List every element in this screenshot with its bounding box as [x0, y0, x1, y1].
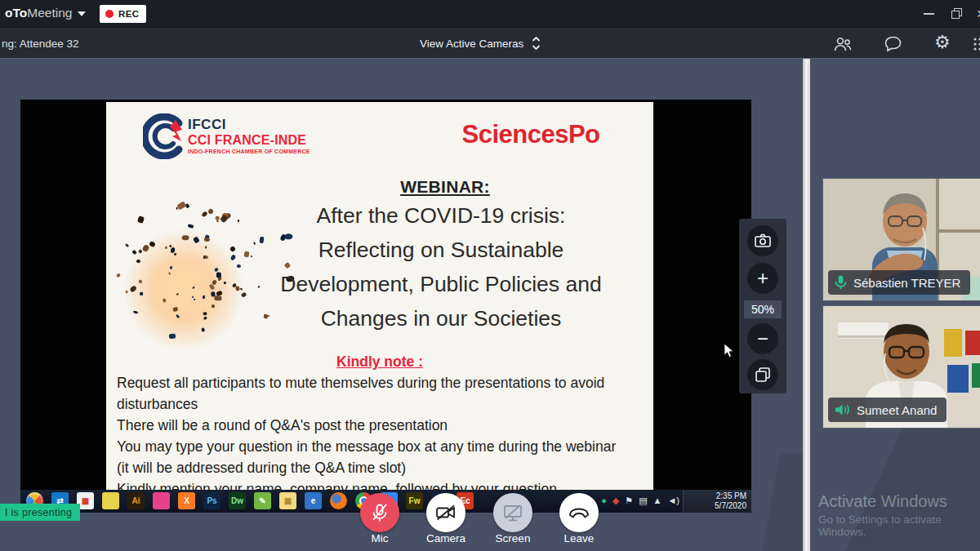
virus-particle: [173, 253, 177, 257]
tray-red-icon[interactable]: ◆: [612, 495, 619, 506]
more-options-button[interactable]: [973, 38, 980, 54]
virus-particle: [126, 291, 128, 293]
presentation-slide: IFCCI CCI FRANCE-INDE INDO-FRENCH CHAMBE…: [106, 102, 653, 490]
virus-particle: [203, 256, 206, 259]
virus-particle: [176, 202, 186, 211]
up-down-chevrons-icon: [532, 36, 541, 51]
virus-particle: [141, 244, 149, 253]
tray-green-icon[interactable]: ●: [601, 495, 607, 506]
internet-explorer-icon[interactable]: e: [305, 492, 322, 509]
file-explorer-icon[interactable]: ▣: [279, 492, 296, 509]
virus-particle: [203, 295, 205, 299]
sciencespo-logo: SciencesPo: [433, 120, 629, 149]
virus-particle: [137, 216, 145, 224]
virus-particle: [213, 267, 219, 272]
shared-screen-stage: IFCCI CCI FRANCE-INDE INDO-FRENCH CHAMBE…: [20, 100, 751, 513]
virus-particle: [206, 247, 207, 249]
virus-particle: [170, 247, 176, 254]
webcam-tile-sumeet[interactable]: Sumeet Anand: [822, 305, 980, 429]
kindly-note-line: disturbances: [117, 393, 652, 415]
minimize-button[interactable]: [916, 0, 941, 27]
sticky-notes-icon[interactable]: [102, 492, 119, 509]
illustrator-icon[interactable]: Ai: [127, 492, 145, 509]
zoom-out-button[interactable]: −: [747, 323, 778, 354]
virus-particle: [216, 220, 219, 222]
virus-particle: [203, 316, 207, 320]
webinar-title-line: After the COVID-19 crisis:: [229, 198, 653, 233]
ifcci-name: CCI FRANCE-INDE: [188, 133, 400, 148]
virus-particle: [215, 295, 222, 300]
virus-particle: [216, 272, 222, 278]
photoshop-icon[interactable]: Ps: [203, 492, 220, 509]
virus-particle: [176, 207, 178, 210]
recording-label: REC: [118, 9, 139, 19]
snapshot-button[interactable]: [747, 225, 778, 256]
minus-icon: −: [757, 327, 768, 350]
zoom-level-label: 50%: [744, 300, 782, 318]
virus-particle: [168, 272, 171, 275]
zoom-in-button[interactable]: +: [747, 263, 778, 294]
virus-particle: [132, 250, 138, 256]
grid-dots-icon: [973, 38, 980, 51]
restore-icon: [951, 8, 962, 19]
restore-button[interactable]: [944, 0, 969, 27]
virus-particle: [116, 273, 122, 278]
minimize-icon: [924, 13, 934, 15]
tray-speaker-icon[interactable]: ◄): [667, 495, 679, 506]
notes-app-icon[interactable]: ✎: [254, 492, 271, 509]
copy-icon: [755, 367, 770, 382]
taskbar-icons: ⇄▦AiXPsDw✎▣e▶Fw◆Ec: [26, 492, 474, 509]
tray-flag-icon[interactable]: ⚑: [625, 495, 633, 506]
close-button[interactable]: ✕: [969, 0, 980, 27]
camera-off-icon: [435, 504, 457, 522]
virus-particle: [220, 214, 228, 222]
presenting-status-badge: I is presenting: [0, 504, 80, 521]
gotomeeting-logo[interactable]: oToMeeting: [5, 6, 86, 20]
viewing-status-label: ng: Attendee 32: [2, 38, 79, 50]
mic-button[interactable]: [360, 493, 399, 532]
dreamweaver-icon[interactable]: Dw: [229, 492, 246, 509]
virus-particle: [204, 256, 208, 259]
camera-label: Camera: [409, 532, 483, 544]
webinar-title: After the COVID-19 crisis:Reflecting on …: [229, 198, 653, 335]
settings-button[interactable]: ⚙: [934, 32, 951, 53]
xampp-icon[interactable]: X: [178, 492, 195, 509]
virus-particle: [169, 266, 172, 270]
tray-uparrow-icon[interactable]: ▲: [653, 495, 662, 506]
ifcci-logo: [143, 113, 187, 162]
firefox-icon[interactable]: [330, 492, 347, 509]
virus-particle: [212, 280, 217, 287]
leave-label: Leave: [542, 532, 616, 544]
zoom-controls-panel: + 50% −: [739, 219, 786, 393]
presenting-text: I is presenting: [5, 507, 72, 518]
copy-view-button[interactable]: [747, 359, 778, 390]
virus-particle: [132, 310, 137, 314]
virus-particle: [181, 235, 189, 241]
virus-particle: [204, 238, 211, 242]
virus-particle: [200, 327, 205, 331]
participant-name: Sumeet Anand: [857, 403, 937, 417]
panel-splitter[interactable]: [803, 59, 810, 551]
attendees-button[interactable]: [833, 35, 853, 56]
title-bar: oToMeeting REC ✕: [0, 0, 980, 27]
gotomeeting-window: oToMeeting REC ✕ ng: Attendee 32 View Ac…: [0, 0, 980, 551]
webcam-tile-sebastien[interactable]: Sébastien TREYER: [822, 178, 980, 301]
recording-badge[interactable]: REC: [100, 5, 146, 23]
participant-name-tag: Sébastien TREYER: [828, 270, 970, 295]
screen-share-button[interactable]: [493, 493, 532, 532]
screen-off-icon: [502, 504, 523, 522]
fireworks-icon[interactable]: Fw: [406, 492, 423, 509]
kindly-note-line: (it will be addressed during the Q&A tim…: [117, 457, 652, 478]
tray-clipboard-icon[interactable]: ▤: [639, 495, 647, 506]
participant-name-tag: Sumeet Anand: [828, 398, 947, 422]
ifcci-logo-icon: [143, 113, 187, 159]
leave-button[interactable]: [559, 493, 599, 532]
ifcci-tagline: INDO-FRENCH CHAMBER OF COMMERCE: [188, 149, 400, 154]
people-icon: [833, 35, 853, 53]
background-shade: [729, 453, 803, 551]
hangup-phone-icon: [568, 507, 590, 518]
chat-button[interactable]: [884, 35, 902, 56]
camera-view-selector[interactable]: View Active Cameras: [420, 36, 541, 51]
camera-button[interactable]: [426, 493, 466, 532]
pink-app-icon[interactable]: [153, 492, 170, 509]
